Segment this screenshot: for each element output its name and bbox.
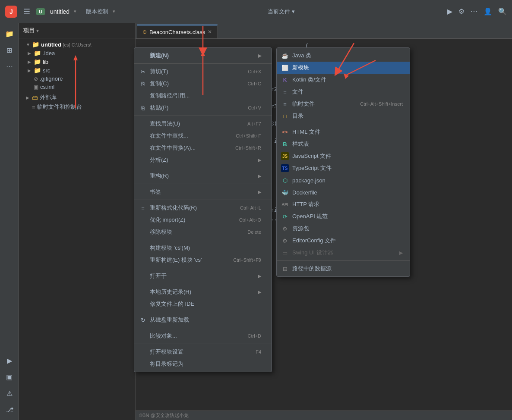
tree-temp[interactable]: ▶ ≡ 临时文件和控制台 — [19, 102, 135, 112]
submenu-resource-bundle[interactable]: ⚙ 资源包 — [277, 223, 410, 235]
menu-item-mark-dir[interactable]: 将目录标记为 — [134, 358, 272, 370]
menu-item-bookmarks[interactable]: 书签 ▶ — [134, 186, 272, 198]
lib-folder-icon: 📁 — [34, 58, 41, 65]
sidebar-problems-icon[interactable]: ⚠ — [3, 386, 16, 400]
tab-file-icon: ⊙ — [142, 29, 147, 35]
submenu-stylesheet[interactable]: B 样式表 — [277, 138, 410, 150]
tab-close-button[interactable]: ✕ — [208, 29, 212, 35]
submenu-datasource[interactable]: ⊟ 路径中的数据源 — [277, 263, 410, 275]
hamburger-icon[interactable]: ☰ — [23, 7, 30, 16]
submenu-new-module[interactable]: ⬜ 新模块 — [277, 62, 410, 74]
sidebar-more-icon[interactable]: ⋯ — [3, 60, 16, 73]
menu-separator-7 — [134, 268, 272, 268]
submenu-javascript[interactable]: JS JavaScript 文件 — [277, 150, 410, 162]
cut-icon: ✂ — [139, 69, 146, 75]
menu-item-local-history[interactable]: 本地历史记录(H) ▶ — [134, 286, 272, 298]
menu-item-find-in-files[interactable]: 在文件中查找... Ctrl+Shift+F — [134, 130, 272, 142]
tree-src[interactable]: ▶ 📁 src — [19, 66, 135, 75]
menu-separator-3 — [134, 168, 272, 168]
version-control[interactable]: 版本控制 — [86, 8, 108, 16]
menu-item-fix-ide[interactable]: 修复文件上的 IDE — [134, 298, 272, 310]
java-class-icon: ☕ — [281, 52, 289, 60]
submenu-package-json[interactable]: ⬡ package.json — [277, 174, 410, 186]
tree-gitignore[interactable]: ▶ ⊘ .gitignore — [19, 75, 135, 83]
project-dropdown[interactable]: ▾ — [36, 28, 39, 34]
menu-separator-6 — [134, 240, 272, 240]
menu-item-rebuild-module[interactable]: 重新构建(E) 模块 'cs' Ctrl+Shift+F9 — [134, 254, 272, 266]
submenu-http-request[interactable]: API HTTP 请求 — [277, 198, 410, 210]
editorconfig-icon: ⚙ — [281, 237, 289, 244]
submenu-directory[interactable]: □ 目录 — [277, 110, 410, 122]
submenu-java-class[interactable]: ☕ Java 类 — [277, 50, 410, 62]
submenu-swing-ui[interactable]: ▭ Swing UI 设计器 ▶ — [277, 247, 410, 259]
menu-item-replace-in-files[interactable]: 在文件中替换(A)... Ctrl+Shift+R — [134, 142, 272, 154]
title-center: 当前文件 ▾ — [120, 8, 443, 16]
tree-arrow: ▼ — [26, 42, 30, 47]
menu-separator-11 — [134, 344, 272, 344]
submenu-separator-2 — [277, 260, 410, 261]
menu-item-reload[interactable]: ↻ 从磁盘重新加载 — [134, 314, 272, 326]
paste-icon: ⎗ — [139, 105, 146, 111]
menu-item-find-usages[interactable]: 查找用法(U) Alt+F7 — [134, 118, 272, 130]
debug-button[interactable]: ⚙ — [458, 7, 465, 16]
submenu-html[interactable]: <> HTML 文件 — [277, 126, 410, 138]
current-file-button[interactable]: 当前文件 ▾ — [268, 8, 295, 16]
submenu-scratch-file[interactable]: ≡ 临时文件 Ctrl+Alt+Shift+Insert — [277, 98, 410, 110]
tree-external-libs[interactable]: ▶ 🗃 外部库 — [19, 93, 135, 102]
dockerfile-icon: 🐳 — [281, 188, 289, 196]
menu-item-reformat[interactable]: ≡ 重新格式化代码(R) Ctrl+Alt+L — [134, 202, 272, 214]
tree-iml[interactable]: ▶ ▣ cs.iml — [19, 83, 135, 91]
sidebar-run-icon[interactable]: ▶ — [3, 354, 16, 367]
menu-item-copy-path[interactable]: 复制路径/引用... — [134, 90, 272, 102]
menu-item-paste[interactable]: ⎗ 粘贴(P) Ctrl+V — [134, 102, 272, 114]
datasource-icon: ⊟ — [281, 265, 289, 273]
menu-item-remove-module[interactable]: 移除模块 Delete — [134, 226, 272, 238]
tree-idea[interactable]: ▶ 📁 .idea — [19, 49, 135, 57]
menu-item-copy[interactable]: ⎘ 复制(C) Ctrl+C — [134, 78, 272, 90]
profile-button[interactable]: 👤 — [484, 7, 492, 16]
run-button[interactable]: ▶ — [447, 7, 452, 16]
context-menu: 新建(N) ▶ ✂ 剪切(T) Ctrl+X ⎘ 复制(C) Ctrl+C 复制… — [134, 47, 272, 372]
menu-item-optimize-imports[interactable]: 优化 import(Z) Ctrl+Alt+O — [134, 214, 272, 226]
menu-separator-2 — [134, 116, 272, 116]
bookmarks-arrow: ▶ — [258, 189, 261, 195]
reload-icon: ↻ — [139, 317, 146, 323]
submenu-openapi[interactable]: ⟳ OpenAPI 规范 — [277, 210, 410, 223]
menu-item-open-in[interactable]: 打开于 ▶ — [134, 270, 272, 282]
refactor-arrow: ▶ — [258, 173, 261, 179]
sidebar-terminal-icon[interactable]: ▣ — [3, 370, 16, 384]
root-folder-icon: 📁 — [32, 41, 39, 48]
menu-item-build-module[interactable]: 构建模块 'cs'(M) — [134, 242, 272, 254]
submenu-typescript[interactable]: TS TypeScript 文件 — [277, 162, 410, 174]
tree-root[interactable]: ▼ 📁 untitled [cs] C:\Users\ — [19, 40, 135, 49]
menu-item-refactor[interactable]: 重构(R) ▶ — [134, 170, 272, 182]
project-panel: 项目 ▾ ▼ 📁 untitled [cs] C:\Users\ ▶ 📁 .id… — [19, 23, 136, 420]
project-tree: ▼ 📁 untitled [cs] C:\Users\ ▶ 📁 .idea ▶ … — [19, 38, 135, 420]
tree-lib[interactable]: ▶ 📁 lib — [19, 57, 135, 66]
title-bar: J ☰ U untitled ▾ 版本控制 ▾ 当前文件 ▾ ▶ ⚙ ⋯ 👤 🔍 — [0, 0, 512, 23]
submenu-kotlin[interactable]: K Kotlin 类/文件 — [277, 74, 410, 86]
version-control-arrow[interactable]: ▾ — [113, 9, 115, 14]
submenu-file[interactable]: ≡ 文件 — [277, 86, 410, 98]
active-tab[interactable]: ⊙ BeaconCharsets.class ✕ — [137, 25, 218, 38]
title-actions: ▶ ⚙ ⋯ 👤 🔍 — [447, 7, 507, 16]
file-icon: ≡ — [281, 88, 289, 96]
sidebar-structure-icon[interactable]: ⊞ — [3, 43, 16, 57]
project-name: untitled — [50, 8, 70, 15]
menu-item-analyze[interactable]: 分析(Z) ▶ — [134, 154, 272, 166]
submenu-dockerfile[interactable]: 🐳 Dockerfile — [277, 186, 410, 198]
menu-item-new[interactable]: 新建(N) ▶ — [134, 50, 272, 62]
new-submenu: ☕ Java 类 ⬜ 新模块 K Kotlin 类/文件 ≡ 文件 ≡ 临时文件… — [276, 47, 410, 277]
more-button[interactable]: ⋯ — [471, 7, 477, 16]
stylesheet-icon: B — [281, 140, 289, 148]
project-dropdown-arrow[interactable]: ▾ — [74, 9, 76, 14]
menu-item-module-settings[interactable]: 打开模块设置 F4 — [134, 346, 272, 358]
sidebar-project-icon[interactable]: 📁 — [3, 27, 16, 41]
menu-item-compare[interactable]: 比较对象... Ctrl+D — [134, 330, 272, 342]
menu-separator-4 — [134, 184, 272, 184]
submenu-editorconfig[interactable]: ⚙ EditorConfig 文件 — [277, 235, 410, 247]
html-icon: <> — [281, 128, 289, 136]
menu-item-cut[interactable]: ✂ 剪切(T) Ctrl+X — [134, 66, 272, 78]
sidebar-git-icon[interactable]: ⎇ — [3, 403, 16, 417]
search-button[interactable]: 🔍 — [498, 7, 507, 16]
